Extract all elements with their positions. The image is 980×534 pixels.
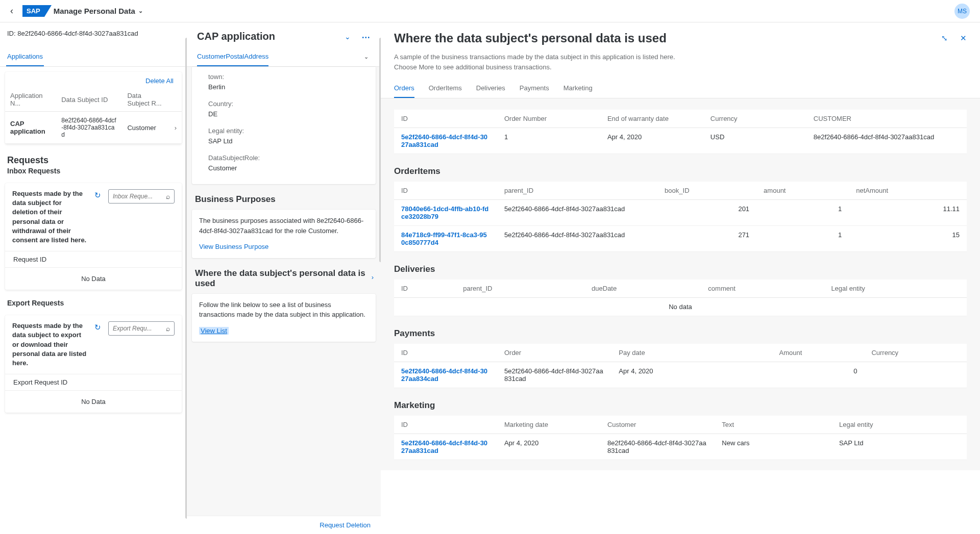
chevron-down-icon: ⌄ — [138, 8, 143, 14]
cell: 1 — [497, 128, 600, 154]
marketing-id-link[interactable]: 5e2f2640-6866-4dcf-8f4d-3027aa831cad — [401, 439, 487, 454]
cell: New cars — [715, 434, 832, 460]
search-icon[interactable]: ⌕ — [166, 192, 170, 200]
tab-customer-postal-address[interactable]: CustomerPostalAddress — [197, 47, 268, 66]
tab-orders[interactable]: Orders — [394, 79, 414, 98]
chevron-right-icon[interactable]: › — [372, 273, 374, 281]
inbox-search-input[interactable] — [113, 193, 166, 200]
where-used-title: Where the data subject's personal data i… — [187, 261, 372, 294]
cell: 11.11 — [849, 200, 967, 226]
application-row[interactable]: CAP application 8e2f2640-6866-4dcf-8f4d-… — [5, 112, 182, 144]
orderitems-table: ID parent_ID book_ID amount netAmount 78… — [394, 182, 967, 252]
country-value: DE — [208, 109, 359, 122]
orderitem-id-link[interactable]: 78040e66-1dcd-4ffb-ab10-fdce32028b79 — [401, 205, 488, 220]
orders-col-warranty: End of warranty date — [600, 110, 703, 128]
close-icon[interactable]: ✕ — [960, 34, 967, 43]
data-subject-id-line: ID: 8e2f2640-6866-4dcf-8f4d-3027aa831cad — [0, 22, 187, 47]
cell: 8e2f2640-6866-4dcf-8f4d-3027aa831cad — [600, 434, 715, 460]
chevron-right-icon: › — [175, 124, 177, 132]
cell: 0 — [772, 362, 865, 388]
payment-id-link[interactable]: 5e2f2640-6866-4dcf-8f4d-3027aa834cad — [401, 367, 487, 383]
where-used-text: Follow the link below to see a list of b… — [199, 300, 369, 320]
tab-marketing[interactable]: Marketing — [564, 79, 593, 98]
cell — [864, 362, 967, 388]
delete-all-link[interactable]: Delete All — [145, 77, 174, 85]
detail-column: CAP application ⌄ CustomerPostalAddress … — [187, 22, 381, 534]
p-col-id: ID — [394, 344, 497, 362]
p-col-amount: Amount — [772, 344, 865, 362]
inbox-nodata: No Data — [5, 268, 182, 290]
d-col-id: ID — [394, 279, 456, 298]
d-col-due: dueDate — [584, 279, 701, 298]
cell: SAP Ltd — [832, 434, 967, 460]
tab-deliveries[interactable]: Deliveries — [476, 79, 505, 98]
search-icon[interactable]: ⌕ — [166, 324, 170, 333]
tab-payments[interactable]: Payments — [520, 79, 549, 98]
fullscreen-icon[interactable]: ⤡ — [941, 34, 948, 43]
cell-app-name: CAP application — [5, 112, 56, 144]
table-row[interactable]: 5e2f2640-6866-4dcf-8f4d-3027aa831cad Apr… — [394, 434, 967, 460]
more-icon[interactable] — [362, 33, 371, 41]
request-deletion-button[interactable]: Request Deletion — [320, 521, 371, 529]
cell-role: Customer — [122, 112, 169, 144]
app-title[interactable]: Manage Personal Data ⌄ — [54, 7, 143, 15]
inbox-col-header: Request ID — [5, 251, 182, 268]
m-col-text: Text — [715, 416, 832, 434]
order-id-link[interactable]: 5e2f2640-6866-4dcf-8f4d-3027aa831cad — [401, 133, 487, 148]
cell: Apr 4, 2020 — [611, 362, 772, 388]
deliveries-heading: Deliveries — [394, 257, 967, 279]
export-search[interactable]: ⌕ — [108, 321, 175, 336]
export-search-input[interactable] — [113, 325, 166, 332]
orders-col-id: ID — [394, 110, 497, 128]
inbox-search[interactable]: ⌕ — [108, 189, 175, 204]
cell: Apr 4, 2020 — [497, 434, 600, 460]
usage-title: Where the data subject's personal data i… — [394, 31, 933, 46]
tab-orderitems[interactable]: OrderItems — [429, 79, 462, 98]
chevron-down-icon[interactable]: ⌄ — [364, 54, 371, 60]
deliveries-table: ID parent_ID dueDate comment Legal entit… — [394, 279, 967, 316]
town-label: town: — [208, 72, 359, 82]
legal-entity-label: Legal entity: — [208, 126, 359, 136]
inbox-requests-title: Inbox Requests — [0, 167, 187, 178]
orderitems-heading: OrderItems — [394, 159, 967, 182]
d-col-comment: comment — [701, 279, 824, 298]
m-col-legal: Legal entity — [832, 416, 967, 434]
role-label: DataSubjectRole: — [208, 153, 359, 163]
requests-title: Requests — [0, 149, 187, 167]
oi-col-id: ID — [394, 182, 497, 200]
refresh-icon[interactable]: ↻ — [94, 321, 101, 332]
p-col-paydate: Pay date — [611, 344, 772, 362]
id-value: 8e2f2640-6866-4dcf-8f4d-3027aa831cad — [17, 30, 138, 37]
table-row[interactable]: 78040e66-1dcd-4ffb-ab10-fdce32028b79 5e2… — [394, 200, 967, 226]
avatar[interactable]: MS — [954, 4, 970, 19]
view-list-link[interactable]: View List — [199, 327, 229, 335]
m-col-id: ID — [394, 416, 497, 434]
back-icon[interactable]: ‹ — [10, 6, 13, 16]
col-application-name: Application N... — [5, 88, 56, 112]
orders-col-customer: CUSTOMER — [806, 110, 967, 128]
refresh-icon[interactable]: ↻ — [94, 189, 101, 200]
table-row[interactable]: 5e2f2640-6866-4dcf-8f4d-3027aa834cad 5e2… — [394, 362, 967, 388]
cell: Apr 4, 2020 — [600, 128, 703, 154]
orders-table: ID Order Number End of warranty date Cur… — [394, 110, 967, 154]
view-business-purpose-link[interactable]: View Business Purpose — [199, 243, 268, 250]
business-purposes-text: The business purposes associated with 8e… — [199, 216, 369, 236]
col-data-subject-id: Data Subject ID — [56, 88, 122, 112]
orderitem-id-link[interactable]: 84e718c9-ff99-47f1-8ca3-950c850777d4 — [401, 231, 487, 246]
cell: 5e2f2640-6866-4dcf-8f4d-3027aa831cad — [497, 362, 611, 388]
chevron-down-icon[interactable]: ⌄ — [345, 33, 351, 41]
tab-applications[interactable]: Applications — [6, 47, 44, 66]
applications-table: Application N... Data Subject ID Data Su… — [5, 88, 182, 144]
table-row[interactable]: 5e2f2640-6866-4dcf-8f4d-3027aa831cad 1 A… — [394, 128, 967, 154]
id-label: ID: — [7, 30, 16, 37]
col-data-subject-role: Data Subject R... — [122, 88, 169, 112]
export-requests-desc: Requests made by the data subject to exp… — [12, 321, 87, 368]
cell: 1 — [756, 200, 849, 226]
table-row[interactable]: 84e718c9-ff99-47f1-8ca3-950c850777d4 5e2… — [394, 226, 967, 252]
business-purposes-title: Business Purposes — [187, 187, 381, 210]
legal-entity-value: SAP Ltd — [208, 136, 359, 149]
cell: 5e2f2640-6866-4dcf-8f4d-3027aa831cad — [497, 226, 657, 252]
oi-col-net: netAmount — [849, 182, 967, 200]
cell: 1 — [756, 226, 849, 252]
payments-table: ID Order Pay date Amount Currency 5e2f26… — [394, 344, 967, 388]
